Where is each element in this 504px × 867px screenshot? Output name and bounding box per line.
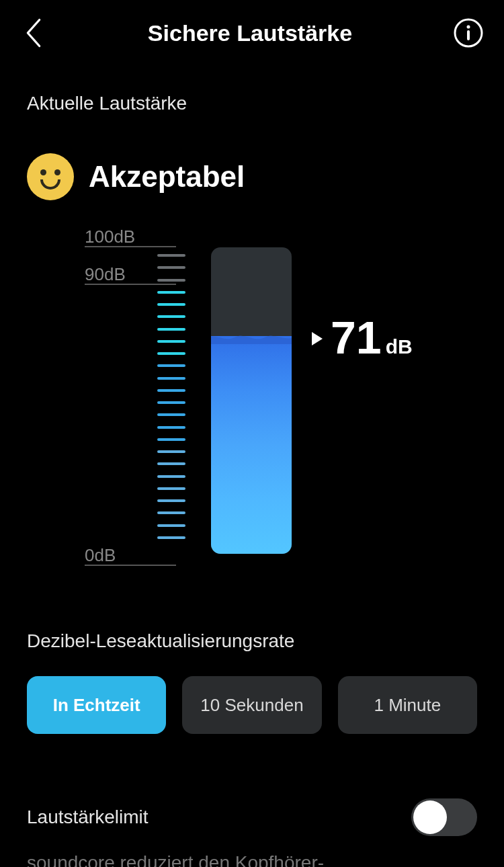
volume-limit-label: Lautstärkelimit bbox=[27, 807, 149, 828]
chevron-left-icon bbox=[25, 18, 42, 48]
info-icon bbox=[454, 18, 483, 48]
wave-icon bbox=[211, 329, 292, 344]
current-volume-label: Aktuelle Lautstärke bbox=[0, 54, 504, 114]
db-readout: 71 dB bbox=[312, 315, 413, 362]
volume-tube bbox=[211, 247, 292, 554]
rate-option-1m[interactable]: 1 Minute bbox=[338, 676, 477, 734]
volume-fill bbox=[211, 336, 292, 554]
status-row: Akzeptabel bbox=[0, 114, 504, 200]
refresh-rate-segmented: In Echtzeit 10 Sekunden 1 Minute bbox=[0, 652, 504, 734]
back-button[interactable] bbox=[20, 19, 47, 46]
status-text: Akzeptabel bbox=[89, 160, 245, 194]
svg-rect-2 bbox=[467, 30, 470, 40]
page-title: Sichere Lautstärke bbox=[148, 20, 352, 46]
rate-option-10s[interactable]: 10 Sekunden bbox=[182, 676, 321, 734]
db-value: 71 bbox=[331, 315, 382, 360]
volume-limit-toggle[interactable] bbox=[411, 798, 477, 836]
toggle-knob bbox=[413, 800, 447, 834]
play-triangle-icon bbox=[312, 332, 323, 345]
volume-meter: 100dB 90dB 0dB 71 dB bbox=[0, 227, 504, 577]
smiley-icon bbox=[27, 153, 74, 200]
rate-option-realtime[interactable]: In Echtzeit bbox=[27, 676, 166, 734]
volume-limit-description: soundcore reduziert den Kopfhörer- bbox=[0, 836, 504, 867]
db-unit: dB bbox=[386, 335, 413, 362]
svg-point-1 bbox=[466, 26, 470, 29]
refresh-rate-label: Dezibel-Leseaktualisierungsrate bbox=[0, 577, 504, 652]
info-button[interactable] bbox=[453, 17, 484, 48]
